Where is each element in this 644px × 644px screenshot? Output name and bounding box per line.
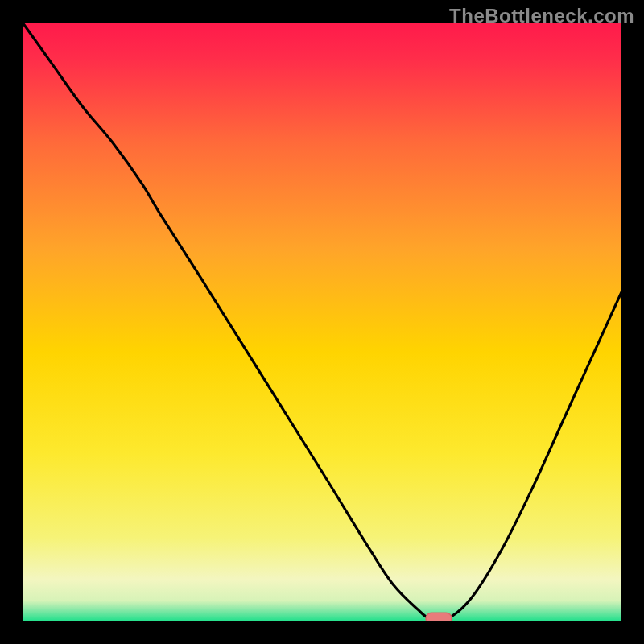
svg-rect-0 xyxy=(426,613,452,621)
gradient-background xyxy=(23,23,621,621)
watermark-text: TheBottleneck.com xyxy=(449,5,634,27)
plot-area xyxy=(23,23,621,621)
chart-frame: TheBottleneck.com xyxy=(0,0,644,644)
optimum-marker xyxy=(426,613,452,621)
chart-svg xyxy=(23,23,621,621)
